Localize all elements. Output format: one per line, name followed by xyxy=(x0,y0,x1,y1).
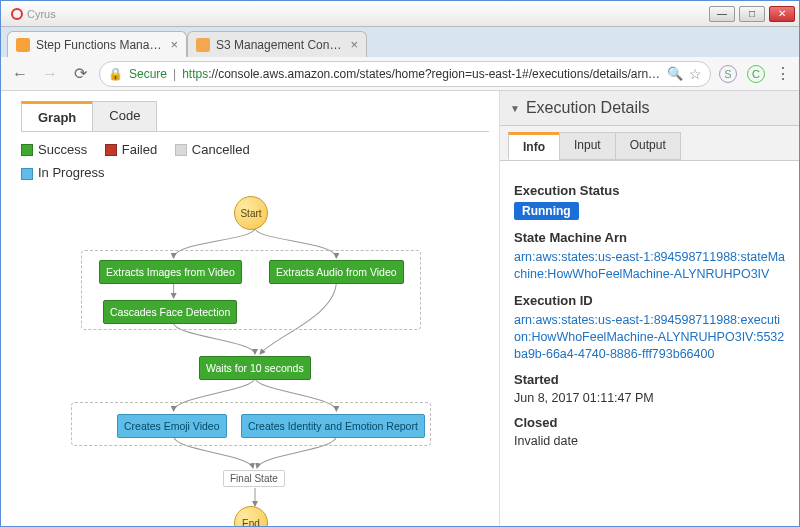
reload-button[interactable]: ⟳ xyxy=(69,63,91,85)
node-cascades[interactable]: Cascades Face Detection xyxy=(103,300,237,324)
panel-body: Info Input Output Execution Status Runni… xyxy=(500,126,799,526)
browser-tab-s3[interactable]: S3 Management Console × xyxy=(187,31,367,57)
legend-in-progress: In Progress xyxy=(21,163,104,184)
node-wait[interactable]: Waits for 10 seconds xyxy=(199,356,311,380)
execution-details-panel: ▼ Execution Details Info Input Output Ex… xyxy=(499,91,799,526)
app-label: Cyrus xyxy=(5,8,56,20)
tab-title: S3 Management Console xyxy=(216,38,344,52)
tab-title: Step Functions Managem xyxy=(36,38,164,52)
bookmark-star-icon[interactable]: ☆ xyxy=(689,66,702,82)
label-exec-status: Execution Status xyxy=(514,183,785,198)
window-buttons: — □ ✕ xyxy=(709,6,795,22)
tab-close-icon[interactable]: × xyxy=(350,37,358,52)
url-text: https://console.aws.amazon.com/states/ho… xyxy=(182,67,661,81)
lock-icon: 🔒 xyxy=(108,67,123,81)
value-started: Jun 8, 2017 01:11:47 PM xyxy=(514,391,785,405)
panel-title-text: Execution Details xyxy=(526,99,650,117)
toolbar-right: S C ⋮ xyxy=(719,64,791,83)
browser-tab-step-functions[interactable]: Step Functions Managem × xyxy=(7,31,187,57)
tab-favicon-icon xyxy=(196,38,210,52)
browser-window: Cyrus — □ ✕ Step Functions Managem × S3 … xyxy=(0,0,800,527)
node-final-state[interactable]: Final State xyxy=(223,470,285,487)
label-started: Started xyxy=(514,372,785,387)
extension-icon[interactable]: C xyxy=(747,65,765,83)
left-pane: Graph Code Success Failed Cancelled In P… xyxy=(1,91,499,526)
status-badge: Running xyxy=(514,202,579,220)
maximize-button[interactable]: □ xyxy=(739,6,765,22)
tab-output[interactable]: Output xyxy=(615,132,681,160)
node-end[interactable]: End xyxy=(234,506,268,526)
value-closed: Invalid date xyxy=(514,434,785,448)
minimize-button[interactable]: — xyxy=(709,6,735,22)
tab-input[interactable]: Input xyxy=(559,132,616,160)
legend-cancelled: Cancelled xyxy=(175,140,250,161)
node-start[interactable]: Start xyxy=(234,196,268,230)
link-sm-arn[interactable]: arn:aws:states:us-east-1:894598711988:st… xyxy=(514,249,785,283)
label-sm-arn: State Machine Arn xyxy=(514,230,785,245)
chrome-menu-icon[interactable]: ⋮ xyxy=(775,64,791,83)
panel-title[interactable]: ▼ Execution Details xyxy=(500,91,799,126)
extension-icon[interactable]: S xyxy=(719,65,737,83)
back-button[interactable]: ← xyxy=(9,63,31,85)
collapse-icon: ▼ xyxy=(510,103,520,114)
node-extract-audio[interactable]: Extracts Audio from Video xyxy=(269,260,404,284)
node-emoji[interactable]: Creates Emoji Video xyxy=(117,414,227,438)
detail-tabs: Info Input Output xyxy=(500,126,799,161)
forward-button[interactable]: → xyxy=(39,63,61,85)
node-report[interactable]: Creates Identity and Emotion Report xyxy=(241,414,425,438)
label-exec-id: Execution ID xyxy=(514,293,785,308)
graph-legend: Success Failed Cancelled In Progress xyxy=(21,140,489,186)
address-bar[interactable]: 🔒 Secure | https://console.aws.amazon.co… xyxy=(99,61,711,87)
tab-close-icon[interactable]: × xyxy=(170,37,178,52)
label-closed: Closed xyxy=(514,415,785,430)
graph-code-tabs: Graph Code xyxy=(21,101,489,132)
page-content: Graph Code Success Failed Cancelled In P… xyxy=(1,91,799,526)
secure-label: Secure xyxy=(129,67,167,81)
node-extract-images[interactable]: Extracts Images from Video xyxy=(99,260,242,284)
tab-favicon-icon xyxy=(16,38,30,52)
info-content: Execution Status Running State Machine A… xyxy=(500,161,799,460)
app-icon xyxy=(11,8,23,20)
legend-failed: Failed xyxy=(105,140,157,161)
browser-toolbar: ← → ⟳ 🔒 Secure | https://console.aws.ama… xyxy=(1,57,799,91)
close-button[interactable]: ✕ xyxy=(769,6,795,22)
search-icon[interactable]: 🔍 xyxy=(667,66,683,81)
tab-code[interactable]: Code xyxy=(92,101,157,131)
legend-success: Success xyxy=(21,140,87,161)
titlebar: Cyrus — □ ✕ xyxy=(1,1,799,27)
tab-strip: Step Functions Managem × S3 Management C… xyxy=(1,27,799,57)
app-name: Cyrus xyxy=(27,8,56,20)
link-exec-id[interactable]: arn:aws:states:us-east-1:894598711988:ex… xyxy=(514,312,785,363)
tab-graph[interactable]: Graph xyxy=(21,101,93,131)
state-machine-diagram[interactable]: Start Extracts Images from Video Extract… xyxy=(21,196,489,526)
tab-info[interactable]: Info xyxy=(508,132,560,160)
